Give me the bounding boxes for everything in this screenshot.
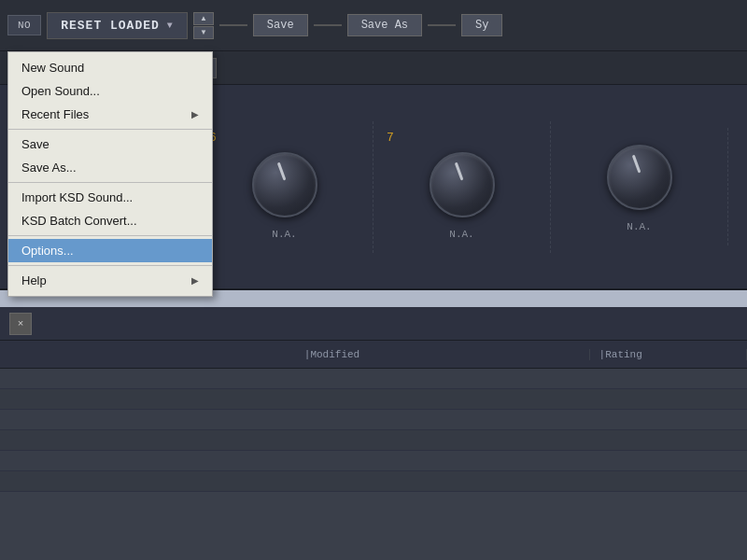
- divider3: [428, 24, 456, 26]
- knob-6-label: N.A.: [272, 225, 296, 244]
- knob-8[interactable]: [607, 145, 672, 210]
- col-modified-header: |Modified: [295, 349, 590, 360]
- reset-dropdown-arrow[interactable]: ▼: [167, 21, 174, 31]
- col-rating-header: |Rating: [590, 349, 747, 360]
- menu-item-import-ksd[interactable]: Import KSD Sound...: [8, 186, 212, 209]
- knob-section-6: 6 N.A.: [196, 121, 374, 253]
- menu-item-recent-files[interactable]: Recent Files ▶: [8, 103, 212, 126]
- table-rows: [0, 369, 747, 522]
- knob-7-label: N.A.: [449, 225, 473, 244]
- dropdown-menu: New Sound Open Sound... Recent Files ▶ S…: [7, 51, 213, 297]
- divider: [219, 24, 247, 26]
- menu-separator-4: [8, 265, 212, 266]
- menu-item-ksd-batch[interactable]: KSD Batch Convert...: [8, 209, 212, 232]
- sy-button[interactable]: Sy: [461, 14, 502, 36]
- submenu-arrow: ▶: [191, 109, 199, 119]
- table-row[interactable]: [0, 410, 747, 430]
- menu-separator-1: [8, 129, 212, 130]
- knob-8-label: N.A.: [627, 217, 651, 236]
- save-button[interactable]: Save: [253, 14, 308, 36]
- menu-item-save-as[interactable]: Save As...: [8, 156, 212, 179]
- table-header: |Modified |Rating: [0, 341, 747, 369]
- menu-button[interactable]: NO: [7, 15, 41, 35]
- table-row[interactable]: [0, 471, 747, 492]
- menu-item-save[interactable]: Save: [8, 133, 212, 156]
- top-bar: NO RESET LOADED ▼ ▲ ▼ Save Save As Sy: [0, 0, 747, 51]
- nav-up-button[interactable]: ▲: [193, 12, 214, 25]
- menu-item-new-sound[interactable]: New Sound: [8, 56, 212, 79]
- divider2: [314, 24, 342, 26]
- save-as-button[interactable]: Save As: [347, 14, 422, 36]
- knob-7-number: 7: [383, 131, 394, 145]
- nav-down-button[interactable]: ▼: [193, 26, 214, 39]
- bottom-header: ×: [0, 307, 747, 341]
- knob-section-8: N.A.: [551, 128, 728, 245]
- table-row[interactable]: [0, 369, 747, 389]
- nav-arrows: ▲ ▼: [193, 12, 214, 39]
- table-row[interactable]: [0, 430, 747, 451]
- table-row[interactable]: [0, 451, 747, 471]
- menu-separator-2: [8, 182, 212, 183]
- reset-loaded-label: RESET LOADED: [61, 19, 160, 33]
- knob-section-7: 7 N.A.: [374, 121, 551, 253]
- menu-item-help[interactable]: Help ▶: [8, 269, 212, 292]
- menu-item-open-sound[interactable]: Open Sound...: [8, 79, 212, 103]
- knob-6[interactable]: [252, 152, 317, 217]
- close-button[interactable]: ×: [9, 313, 32, 335]
- bottom-panel: × |Modified |Rating: [0, 307, 747, 522]
- menu-separator-3: [8, 235, 212, 236]
- reset-loaded-display: RESET LOADED ▼: [47, 12, 188, 39]
- menu-item-options[interactable]: Options...: [8, 239, 212, 262]
- table-row[interactable]: [0, 389, 747, 410]
- help-submenu-arrow: ▶: [191, 275, 199, 286]
- knob-7[interactable]: [430, 152, 495, 217]
